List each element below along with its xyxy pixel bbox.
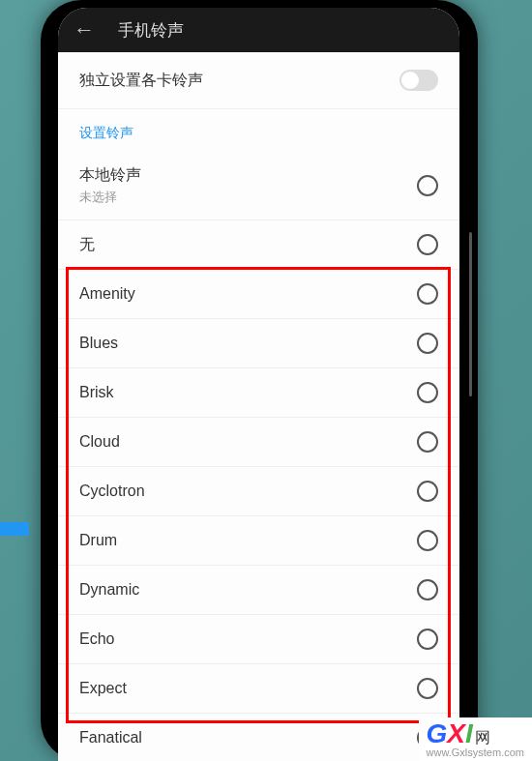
ringtone-label: Cloud bbox=[79, 433, 120, 451]
ringtone-row[interactable]: Echo bbox=[58, 615, 459, 664]
header-bar: ← 手机铃声 bbox=[58, 8, 459, 52]
none-radio[interactable] bbox=[417, 234, 438, 255]
watermark-i: I bbox=[465, 720, 473, 747]
independent-sim-row[interactable]: 独立设置各卡铃声 bbox=[58, 52, 459, 109]
ringtone-label: Expect bbox=[79, 680, 127, 697]
ringtone-label: Amenity bbox=[79, 285, 135, 303]
ringtone-radio[interactable] bbox=[417, 481, 438, 502]
ringtone-row[interactable]: Cyclotron bbox=[58, 467, 459, 516]
local-ringtone-label: 本地铃声 bbox=[79, 165, 141, 186]
ringtone-row[interactable]: Drum bbox=[58, 516, 459, 566]
ringtone-row[interactable]: Cloud bbox=[58, 418, 459, 467]
none-label: 无 bbox=[79, 235, 95, 255]
scroll-indicator bbox=[469, 232, 472, 396]
ringtone-radio[interactable] bbox=[417, 678, 438, 699]
local-ringtone-radio[interactable] bbox=[417, 175, 438, 196]
independent-sim-label: 独立设置各卡铃声 bbox=[79, 71, 203, 91]
ringtone-radio[interactable] bbox=[417, 629, 438, 650]
ringtone-radio[interactable] bbox=[417, 283, 438, 305]
local-ringtone-row[interactable]: 本地铃声 未选择 bbox=[58, 152, 459, 220]
ringtone-label: Drum bbox=[79, 532, 117, 549]
ringtone-radio[interactable] bbox=[417, 530, 438, 551]
ringtone-row[interactable]: Blues bbox=[58, 319, 459, 368]
ringtone-label: Blues bbox=[79, 335, 118, 352]
content-area: 独立设置各卡铃声 设置铃声 本地铃声 未选择 无 Amenity Blues B… bbox=[58, 52, 459, 761]
watermark-url: www.Gxlsystem.com bbox=[427, 747, 524, 758]
ringtone-row[interactable]: Amenity bbox=[58, 270, 459, 319]
ringtone-label: Cyclotron bbox=[79, 483, 145, 500]
ringtone-row[interactable]: Dynamic bbox=[58, 566, 459, 615]
ringtone-radio[interactable] bbox=[417, 382, 438, 403]
watermark-x: X bbox=[447, 720, 465, 747]
ringtone-label: Echo bbox=[79, 630, 114, 648]
local-ringtone-status: 未选择 bbox=[79, 189, 141, 206]
ringtone-radio[interactable] bbox=[417, 579, 438, 600]
independent-sim-toggle[interactable] bbox=[399, 70, 438, 91]
watermark: G X I 网 www.Gxlsystem.com bbox=[419, 717, 532, 761]
ringtone-label: Brisk bbox=[79, 384, 114, 401]
watermark-net: 网 bbox=[475, 730, 490, 746]
ringtone-row[interactable]: Expect bbox=[58, 664, 459, 714]
ringtone-label: Dynamic bbox=[79, 581, 139, 599]
ringtone-row[interactable]: Fanatical bbox=[58, 714, 459, 761]
ringtone-radio[interactable] bbox=[417, 431, 438, 453]
ringtone-row[interactable]: Brisk bbox=[58, 368, 459, 418]
background-artifact bbox=[0, 522, 29, 536]
back-icon[interactable]: ← bbox=[74, 17, 95, 43]
phone-screen: ← 手机铃声 独立设置各卡铃声 设置铃声 本地铃声 未选择 无 Amenity … bbox=[58, 8, 459, 761]
ringtone-radio[interactable] bbox=[417, 333, 438, 354]
watermark-g: G bbox=[427, 720, 448, 747]
section-header: 设置铃声 bbox=[58, 109, 459, 152]
page-title: 手机铃声 bbox=[118, 19, 184, 42]
none-row[interactable]: 无 bbox=[58, 220, 459, 270]
ringtone-label: Fanatical bbox=[79, 729, 142, 746]
